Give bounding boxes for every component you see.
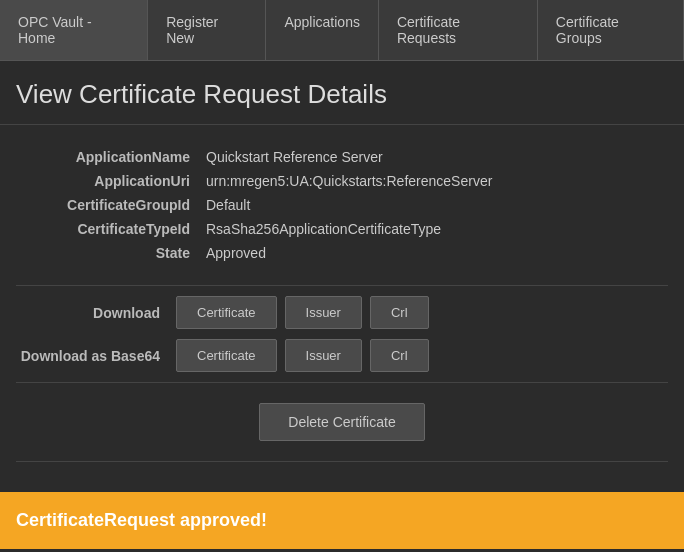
field-value: Approved	[196, 241, 668, 265]
download-issuer-button[interactable]: Issuer	[285, 296, 362, 329]
nav-home[interactable]: OPC Vault - Home	[0, 0, 148, 60]
page-title: View Certificate Request Details	[0, 61, 684, 125]
field-label: State	[16, 241, 196, 265]
download-base64-btn-group: CertificateIssuerCrl	[176, 339, 429, 372]
download-section: Download CertificateIssuerCrl Download a…	[16, 285, 668, 383]
download-base64-crl-button[interactable]: Crl	[370, 339, 429, 372]
notification-banner: CertificateRequest approved!	[0, 492, 684, 549]
download-base64-label: Download as Base64	[16, 348, 176, 364]
field-value: urn:mregen5:UA:Quickstarts:ReferenceServ…	[196, 169, 668, 193]
details-table: ApplicationNameQuickstart Reference Serv…	[16, 145, 668, 265]
nav-applications[interactable]: Applications	[266, 0, 379, 60]
table-row: CertificateGroupIdDefault	[16, 193, 668, 217]
field-value: Quickstart Reference Server	[196, 145, 668, 169]
download-label: Download	[16, 305, 176, 321]
table-row: ApplicationUriurn:mregen5:UA:Quickstarts…	[16, 169, 668, 193]
download-row: Download CertificateIssuerCrl	[16, 296, 668, 329]
main-nav: OPC Vault - Home Register New Applicatio…	[0, 0, 684, 61]
download-certificate-button[interactable]: Certificate	[176, 296, 277, 329]
content-area: ApplicationNameQuickstart Reference Serv…	[0, 125, 684, 482]
nav-register[interactable]: Register New	[148, 0, 266, 60]
field-value: Default	[196, 193, 668, 217]
field-label: ApplicationUri	[16, 169, 196, 193]
field-label: CertificateGroupId	[16, 193, 196, 217]
download-btn-group: CertificateIssuerCrl	[176, 296, 429, 329]
download-base64-issuer-button[interactable]: Issuer	[285, 339, 362, 372]
delete-certificate-button[interactable]: Delete Certificate	[259, 403, 424, 441]
table-row: StateApproved	[16, 241, 668, 265]
download-base64-row: Download as Base64 CertificateIssuerCrl	[16, 339, 668, 372]
delete-section: Delete Certificate	[16, 383, 668, 462]
download-base64-certificate-button[interactable]: Certificate	[176, 339, 277, 372]
table-row: CertificateTypeIdRsaSha256ApplicationCer…	[16, 217, 668, 241]
field-label: CertificateTypeId	[16, 217, 196, 241]
field-value: RsaSha256ApplicationCertificateType	[196, 217, 668, 241]
table-row: ApplicationNameQuickstart Reference Serv…	[16, 145, 668, 169]
field-label: ApplicationName	[16, 145, 196, 169]
download-crl-button[interactable]: Crl	[370, 296, 429, 329]
nav-certificate-groups[interactable]: Certificate Groups	[538, 0, 684, 60]
nav-certificate-requests[interactable]: Certificate Requests	[379, 0, 538, 60]
